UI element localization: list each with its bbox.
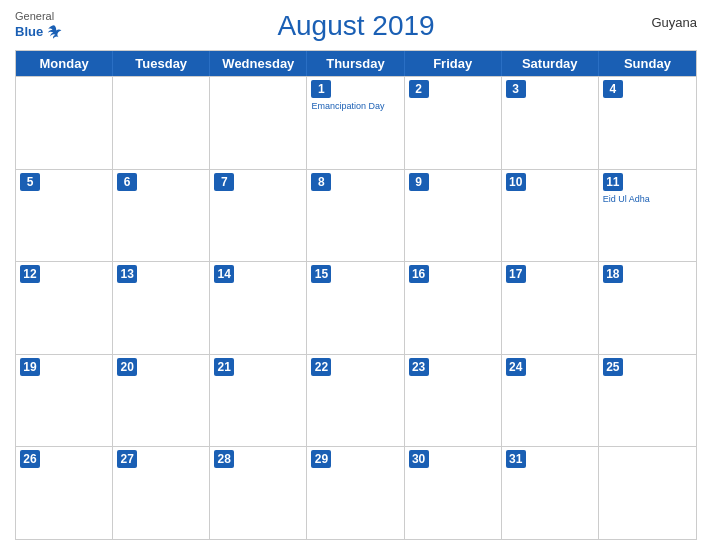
logo-general: General (15, 10, 54, 23)
day-number: 20 (117, 358, 137, 376)
day-number: 1 (311, 80, 331, 98)
day-number: 27 (117, 450, 137, 468)
day-cell: 12 (16, 262, 113, 354)
day-cell: 31 (502, 447, 599, 539)
day-cell: 4 (599, 77, 696, 169)
day-header-wednesday: Wednesday (210, 51, 307, 76)
day-number: 16 (409, 265, 429, 283)
country-label: Guyana (651, 15, 697, 30)
day-cell: 24 (502, 355, 599, 447)
day-number: 26 (20, 450, 40, 468)
day-number: 14 (214, 265, 234, 283)
day-cell: 0 (210, 77, 307, 169)
day-cell: 7 (210, 170, 307, 262)
day-number: 23 (409, 358, 429, 376)
day-cell: 6 (113, 170, 210, 262)
day-number: 15 (311, 265, 331, 283)
day-cell: 25 (599, 355, 696, 447)
logo-blue: Blue (15, 24, 43, 40)
day-cell: 2 (405, 77, 502, 169)
calendar-title: August 2019 (277, 10, 434, 42)
holiday-label: Emancipation Day (311, 101, 399, 113)
day-cell: 19 (16, 355, 113, 447)
day-cell: 9 (405, 170, 502, 262)
day-number: 7 (214, 173, 234, 191)
day-number: 24 (506, 358, 526, 376)
day-header-tuesday: Tuesday (113, 51, 210, 76)
day-number: 10 (506, 173, 526, 191)
day-number: 17 (506, 265, 526, 283)
day-cell: 10 (502, 170, 599, 262)
holiday-label: Eid Ul Adha (603, 194, 692, 206)
day-cell: 3 (502, 77, 599, 169)
day-cell: 15 (307, 262, 404, 354)
week-row-2: 567891011Eid Ul Adha (16, 169, 696, 262)
day-cell: 28 (210, 447, 307, 539)
day-number: 4 (603, 80, 623, 98)
day-number: 19 (20, 358, 40, 376)
day-number: 2 (409, 80, 429, 98)
day-cell: 23 (405, 355, 502, 447)
day-cell: 0 (113, 77, 210, 169)
day-cell: 30 (405, 447, 502, 539)
day-number: 30 (409, 450, 429, 468)
day-number: 6 (117, 173, 137, 191)
day-cell: 17 (502, 262, 599, 354)
day-cell: 14 (210, 262, 307, 354)
day-number: 12 (20, 265, 40, 283)
day-number: 29 (311, 450, 331, 468)
day-number: 22 (311, 358, 331, 376)
day-number: 9 (409, 173, 429, 191)
day-cell: 13 (113, 262, 210, 354)
week-row-4: 19202122232425 (16, 354, 696, 447)
logo: General Blue (15, 10, 63, 41)
day-number: 13 (117, 265, 137, 283)
day-cell: 26 (16, 447, 113, 539)
day-number: 31 (506, 450, 526, 468)
calendar-grid: MondayTuesdayWednesdayThursdayFridaySatu… (15, 50, 697, 540)
day-header-friday: Friday (405, 51, 502, 76)
day-header-monday: Monday (16, 51, 113, 76)
day-number: 3 (506, 80, 526, 98)
day-number: 18 (603, 265, 623, 283)
day-number: 28 (214, 450, 234, 468)
day-cell: 5 (16, 170, 113, 262)
day-cell: 1Emancipation Day (307, 77, 404, 169)
day-number: 25 (603, 358, 623, 376)
day-header-sunday: Sunday (599, 51, 696, 76)
day-cell: 16 (405, 262, 502, 354)
day-cell: 11Eid Ul Adha (599, 170, 696, 262)
logo-bird-icon (45, 23, 63, 41)
day-header-thursday: Thursday (307, 51, 404, 76)
day-headers-row: MondayTuesdayWednesdayThursdayFridaySatu… (16, 51, 696, 76)
week-row-1: 0001Emancipation Day234 (16, 76, 696, 169)
week-row-3: 12131415161718 (16, 261, 696, 354)
weeks-container: 0001Emancipation Day234567891011Eid Ul A… (16, 76, 696, 539)
day-cell: 8 (307, 170, 404, 262)
day-number: 21 (214, 358, 234, 376)
day-number: 11 (603, 173, 623, 191)
day-cell: 18 (599, 262, 696, 354)
day-cell: 22 (307, 355, 404, 447)
day-cell: 20 (113, 355, 210, 447)
day-cell: 29 (307, 447, 404, 539)
day-cell: 0 (16, 77, 113, 169)
day-number: 8 (311, 173, 331, 191)
calendar-container: General Blue August 2019 Guyana MondayTu… (0, 0, 712, 550)
day-cell: 21 (210, 355, 307, 447)
day-cell: 27 (113, 447, 210, 539)
calendar-header: General Blue August 2019 Guyana (15, 10, 697, 42)
day-header-saturday: Saturday (502, 51, 599, 76)
day-cell: 0 (599, 447, 696, 539)
day-number: 5 (20, 173, 40, 191)
week-row-5: 2627282930310 (16, 446, 696, 539)
